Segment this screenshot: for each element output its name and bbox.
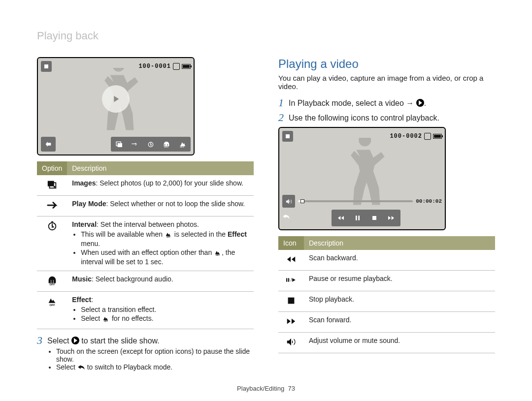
interval-option-icon: 1: [144, 138, 158, 150]
svg-text:/: /: [291, 278, 292, 282]
options-header-description: Description: [67, 161, 254, 175]
section-lead: You can play a video, capture an image f…: [278, 74, 495, 91]
svg-text:OFF: OFF: [164, 146, 168, 148]
battery-icon: [433, 134, 442, 139]
svg-rect-18: [288, 298, 295, 304]
music-icon: OFF: [37, 271, 67, 292]
play-icon: [71, 337, 79, 344]
pause-play-icon: /: [278, 271, 304, 291]
stop-icon: [367, 212, 382, 224]
elapsed-time: 00:00:02: [416, 198, 442, 204]
table-row: Adjust volume or mute sound.: [278, 333, 495, 353]
memory-card-icon: [173, 63, 180, 70]
forward-icon: [278, 312, 304, 333]
playback-mode-icon: [41, 61, 52, 72]
left-column: 100-0001: [37, 57, 254, 376]
interval-icon: 1: [37, 216, 67, 271]
icons-table: Icon Description Scan backward. / Pause …: [278, 236, 495, 353]
table-row: OFF Effect: Select a transition effect. …: [37, 292, 254, 329]
svg-text:OFF: OFF: [180, 146, 184, 148]
play-icon: [416, 99, 424, 107]
volume-icon: [278, 333, 304, 353]
pause-icon: [350, 212, 365, 224]
playback-mode-icon: [282, 131, 293, 142]
effect-off-icon: OFF: [165, 231, 172, 240]
svg-rect-16: [372, 216, 376, 220]
step-2: 2 Use the following icons to control pla…: [278, 112, 495, 123]
svg-text:OFF: OFF: [166, 236, 171, 238]
back-icon: [41, 137, 56, 152]
slideshow-options-bar: 1 OFF OFF: [111, 137, 191, 152]
svg-text:1: 1: [51, 224, 53, 229]
svg-text:1: 1: [150, 144, 152, 146]
table-row: Images: Select photos (up to 2,000) for …: [37, 175, 254, 196]
effect-icon: OFF: [37, 292, 67, 329]
table-row: Stop playback.: [278, 291, 495, 312]
play-icon: [102, 85, 130, 113]
rewind-icon: [333, 212, 348, 224]
step-1: 1 In Playback mode, select a video → .: [278, 97, 495, 108]
svg-rect-1: [118, 143, 122, 147]
table-row: Play Mode: Select whether or not to loop…: [37, 196, 254, 216]
svg-point-8: [53, 186, 55, 188]
page-footer: Playback/Editing 73: [0, 385, 532, 392]
options-table: Option Description Images: Select photos…: [37, 161, 254, 329]
right-column: Playing a video You can play a video, ca…: [278, 57, 495, 376]
table-row: Scan backward.: [278, 250, 495, 271]
step-3: 3 Select to start the slide show. Touch …: [37, 335, 254, 372]
table-row: Scan forward.: [278, 312, 495, 333]
memory-card-icon: [424, 133, 431, 140]
music-option-icon: OFF: [160, 138, 173, 150]
section-title: Playing a video: [278, 57, 495, 71]
video-playback-screenshot: 100-0002 00:00:02: [278, 127, 446, 230]
stop-icon: [278, 291, 304, 312]
svg-rect-6: [47, 181, 54, 186]
slideshow-screenshot: 100-0001: [37, 57, 195, 155]
images-icon: [37, 175, 67, 196]
battery-icon: [182, 64, 191, 69]
forward-icon: [384, 212, 399, 224]
table-row: / Pause or resume playback.: [278, 271, 495, 291]
rewind-icon: [278, 250, 304, 271]
icons-header-icon: Icon: [278, 236, 304, 250]
svg-text:OFF: OFF: [104, 320, 108, 322]
effect-option-icon: OFF: [175, 138, 189, 150]
images-option-icon: [112, 138, 126, 150]
back-arrow-icon: [77, 364, 85, 372]
icons-header-description: Description: [304, 236, 495, 250]
page-header: Playing back: [37, 30, 495, 42]
playmode-icon: [37, 196, 67, 216]
options-header-option: Option: [37, 161, 67, 175]
back-icon: [282, 213, 290, 223]
playback-controls: [332, 210, 400, 226]
progress-bar: [298, 200, 413, 202]
svg-text:OFF: OFF: [216, 254, 220, 256]
svg-text:OFF: OFF: [49, 283, 55, 286]
playmode-option-icon: [128, 138, 142, 150]
svg-text:OFF: OFF: [49, 304, 55, 307]
effect-off-icon: OFF: [102, 315, 110, 324]
effect-off-icon: OFF: [214, 249, 222, 258]
table-row: 1 Interval: Set the interval between pho…: [37, 216, 254, 271]
volume-icon: [282, 195, 295, 208]
table-row: OFF Music: Select background audio.: [37, 271, 254, 292]
